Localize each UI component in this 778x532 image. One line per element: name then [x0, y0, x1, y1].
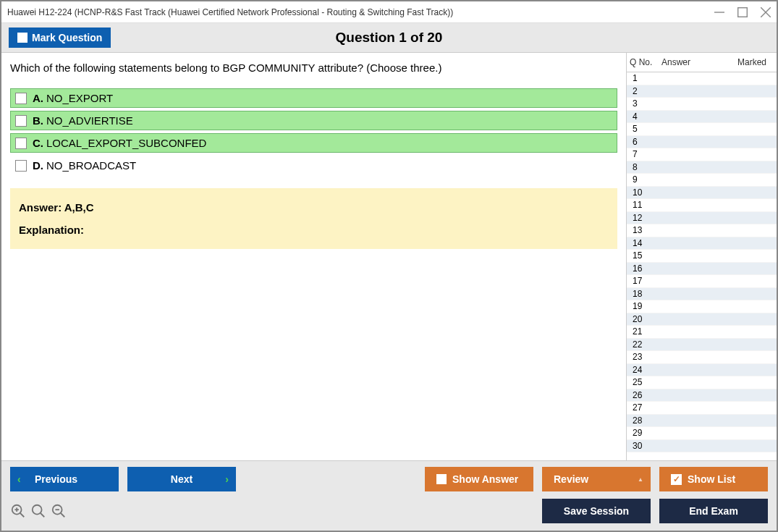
- row-qno: 7: [630, 149, 661, 159]
- explanation-label: Explanation:: [19, 224, 609, 236]
- list-header: Q No. Answer Marked: [627, 53, 777, 72]
- header-bar: Mark Question Question 1 of 20: [1, 23, 777, 53]
- list-item[interactable]: 12: [627, 212, 777, 225]
- list-item[interactable]: 24: [627, 364, 777, 377]
- show-answer-button[interactable]: Show Answer: [425, 467, 533, 491]
- list-item[interactable]: 7: [627, 148, 777, 161]
- row-qno: 30: [630, 441, 661, 451]
- dropdown-icon: ▲: [638, 476, 643, 483]
- list-item[interactable]: 2: [627, 85, 777, 98]
- window-controls: [714, 7, 771, 17]
- zoom-reset-icon[interactable]: [30, 503, 46, 519]
- option-row[interactable]: C. LOCAL_EXPORT_SUBCONFED: [10, 133, 617, 153]
- row-qno: 10: [630, 187, 661, 198]
- row-qno: 16: [630, 263, 661, 274]
- list-item[interactable]: 11: [627, 199, 777, 212]
- list-item[interactable]: 28: [627, 415, 777, 428]
- question-text: Which of the following statements belong…: [10, 60, 617, 75]
- row-qno: 2: [630, 86, 661, 96]
- zoom-in-icon[interactable]: [10, 503, 26, 519]
- question-panel: Which of the following statements belong…: [1, 53, 626, 460]
- option-checkbox[interactable]: [15, 115, 27, 127]
- list-item[interactable]: 26: [627, 389, 777, 402]
- option-row[interactable]: D. NO_BROADCAST: [10, 156, 617, 175]
- row-qno: 12: [630, 213, 661, 223]
- list-item[interactable]: 20: [627, 313, 777, 326]
- list-item[interactable]: 6: [627, 136, 777, 149]
- end-exam-label: End Exam: [689, 505, 738, 517]
- list-item[interactable]: 27: [627, 402, 777, 415]
- list-item[interactable]: 16: [627, 263, 777, 276]
- footer: ‹ Previous Next › Show Answer Review ▲ ✓…: [1, 460, 777, 531]
- svg-point-8: [33, 505, 42, 515]
- list-item[interactable]: 5: [627, 123, 777, 136]
- save-session-button[interactable]: Save Session: [542, 499, 651, 523]
- list-item[interactable]: 19: [627, 300, 777, 313]
- mark-checkbox-icon: [17, 33, 28, 43]
- list-item[interactable]: 8: [627, 161, 777, 174]
- maximize-icon[interactable]: [737, 7, 748, 17]
- title-bar: Huawei H12-224 (HCNP-R&S Fast Track (Hua…: [1, 1, 777, 23]
- question-list-panel: Q No. Answer Marked 12345678910111213141…: [626, 53, 777, 460]
- row-qno: 23: [630, 352, 661, 362]
- list-item[interactable]: 4: [627, 111, 777, 124]
- option-checkbox[interactable]: [15, 93, 27, 104]
- list-item[interactable]: 3: [627, 98, 777, 111]
- svg-rect-1: [738, 7, 748, 17]
- row-qno: 5: [630, 124, 661, 134]
- list-item[interactable]: 23: [627, 351, 777, 364]
- row-qno: 28: [630, 415, 661, 426]
- option-checkbox[interactable]: [15, 138, 27, 149]
- zoom-out-icon[interactable]: [51, 503, 67, 519]
- option-row[interactable]: A. NO_EXPORT: [10, 88, 617, 108]
- row-qno: 20: [630, 314, 661, 324]
- list-item[interactable]: 17: [627, 275, 777, 288]
- minimize-icon[interactable]: [714, 7, 724, 17]
- answer-line: Answer: A,B,C: [19, 201, 609, 214]
- list-item[interactable]: 21: [627, 326, 777, 339]
- show-answer-checkbox-icon: [436, 474, 447, 484]
- row-qno: 18: [630, 289, 661, 299]
- close-icon[interactable]: [761, 7, 771, 17]
- option-row[interactable]: B. NO_ADVIERTISE: [10, 111, 617, 130]
- main-area: Which of the following statements belong…: [1, 53, 777, 460]
- option-checkbox[interactable]: [15, 160, 27, 172]
- row-qno: 19: [630, 301, 661, 311]
- option-text: NO_EXPORT: [46, 92, 113, 104]
- previous-button[interactable]: ‹ Previous: [10, 467, 119, 491]
- svg-line-11: [61, 513, 65, 518]
- chevron-right-icon: ›: [225, 473, 229, 485]
- row-qno: 26: [630, 390, 661, 400]
- list-item[interactable]: 25: [627, 376, 777, 389]
- row-qno: 24: [630, 365, 661, 375]
- end-exam-button[interactable]: End Exam: [659, 499, 768, 523]
- list-item[interactable]: 14: [627, 237, 777, 250]
- footer-row-2: Save Session End Exam: [10, 499, 768, 523]
- list-item[interactable]: 10: [627, 187, 777, 200]
- list-item[interactable]: 22: [627, 339, 777, 352]
- show-answer-label: Show Answer: [452, 473, 518, 485]
- review-button[interactable]: Review ▲: [542, 467, 651, 491]
- option-letter: B.: [33, 114, 43, 127]
- zoom-controls: [10, 503, 67, 519]
- row-qno: 9: [630, 174, 661, 185]
- question-counter: Question 1 of 20: [336, 30, 443, 46]
- list-item[interactable]: 13: [627, 224, 777, 237]
- list-item[interactable]: 9: [627, 174, 777, 187]
- app-window: Huawei H12-224 (HCNP-R&S Fast Track (Hua…: [0, 0, 778, 532]
- list-item[interactable]: 1: [627, 72, 777, 85]
- show-list-button[interactable]: ✓ Show List: [659, 467, 768, 491]
- list-item[interactable]: 29: [627, 427, 777, 440]
- list-item[interactable]: 15: [627, 250, 777, 263]
- row-qno: 17: [630, 276, 661, 286]
- question-list[interactable]: 1234567891011121314151617181920212223242…: [627, 72, 777, 460]
- option-text: LOCAL_EXPORT_SUBCONFED: [46, 137, 206, 149]
- svg-line-9: [41, 513, 45, 518]
- row-qno: 15: [630, 250, 661, 261]
- list-item[interactable]: 30: [627, 440, 777, 453]
- next-button[interactable]: Next ›: [127, 467, 236, 491]
- row-qno: 21: [630, 326, 661, 337]
- mark-question-button[interactable]: Mark Question: [9, 28, 111, 48]
- list-item[interactable]: 18: [627, 288, 777, 301]
- col-qno: Q No.: [630, 57, 661, 67]
